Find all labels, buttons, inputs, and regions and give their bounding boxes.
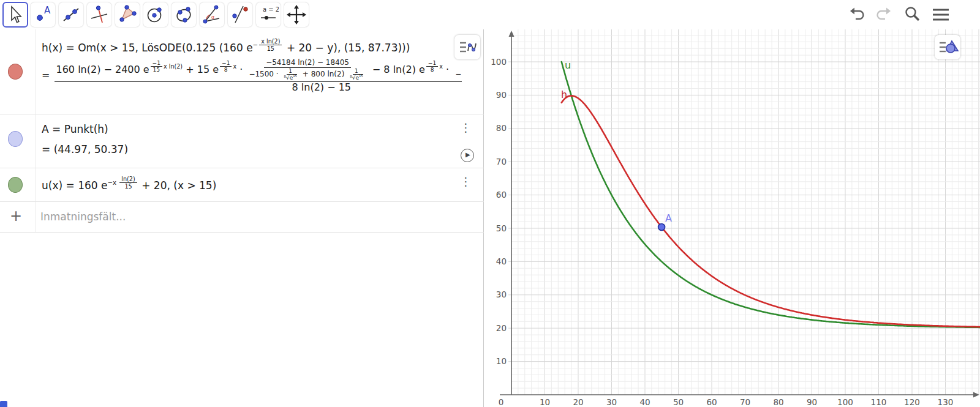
x-tick-label: 130	[938, 397, 954, 407]
tool-slider-button[interactable]: a = 2	[256, 2, 281, 27]
row-menu-u[interactable]: ⋮	[460, 176, 472, 187]
x-tick-label: 20	[573, 397, 583, 407]
visibility-marker-u[interactable]	[8, 177, 23, 193]
toolbar: Aαa = 2	[0, 0, 980, 30]
graphics-view[interactable]: 0102030405060708090100110120130102030405…	[484, 29, 980, 407]
curve-label-h: h	[561, 89, 567, 100]
polygon-icon	[117, 4, 138, 25]
search-button[interactable]	[903, 5, 922, 24]
toolbar-actions	[846, 5, 951, 24]
slider-icon: a = 2	[258, 4, 279, 25]
algebra-row-A[interactable]: A = Punkt(h) = (44.97, 50.37) ⋮ ▶	[0, 114, 484, 168]
plus-icon: +	[10, 209, 22, 223]
formula-h-definition: h(x) = Om(x > 15, LösODE(0.125 (160 e−x …	[42, 38, 462, 54]
x-tick-label: 0	[499, 397, 504, 407]
line-icon	[61, 4, 81, 25]
move-graphics-view-icon	[286, 4, 307, 25]
conic-icon	[173, 4, 194, 25]
svg-text:α: α	[211, 15, 214, 20]
tool-conic-button[interactable]	[172, 2, 196, 27]
plot: 0102030405060708090100110120130102030405…	[484, 29, 980, 407]
formula-u-definition: u(x) = 160 e−x ln(2)15 + 20, (x > 15)	[42, 176, 462, 192]
svg-text:a = 2: a = 2	[263, 6, 279, 13]
y-tick-label: 70	[496, 157, 507, 166]
redo-icon	[875, 5, 894, 24]
algebra-stylebar-button[interactable]	[454, 35, 480, 59]
perpendicular-line-icon	[89, 4, 110, 25]
algebra-row-h[interactable]: h(x) = Om(x > 15, LösODE(0.125 (160 e−x …	[0, 29, 484, 114]
x-tick-label: 120	[904, 397, 920, 407]
point-icon: A	[32, 4, 53, 25]
hamburger-menu-icon	[931, 5, 951, 24]
reflection-icon	[230, 4, 251, 25]
visibility-marker-h[interactable]	[8, 64, 23, 80]
x-tick-label: 100	[837, 397, 853, 407]
y-tick-label: 40	[496, 256, 507, 266]
x-tick-label: 50	[673, 397, 684, 407]
algebra-row-u[interactable]: u(x) = 160 e−x ln(2)15 + 20, (x > 15) ⋮	[0, 168, 484, 202]
undo-button[interactable]	[846, 5, 866, 24]
tool-point-button[interactable]: A	[31, 2, 55, 27]
x-tick-label: 10	[540, 397, 550, 407]
search-icon	[903, 5, 922, 24]
visibility-marker-A[interactable]	[8, 131, 23, 147]
formula-A-value: = (44.97, 50.37)	[42, 143, 462, 155]
x-tick-label: 60	[706, 397, 717, 407]
point-label-A: A	[665, 212, 672, 224]
algebra-input-field[interactable]: Inmatningsfält...	[40, 211, 126, 223]
formula-A-definition: A = Punkt(h)	[42, 123, 462, 135]
angle-icon: α	[202, 4, 222, 25]
point-A[interactable]	[658, 223, 665, 230]
keyboard-button[interactable]	[0, 401, 7, 407]
curve-label-u: u	[565, 59, 571, 71]
tool-perpendicular-line-button[interactable]	[87, 2, 111, 27]
y-tick-label: 20	[496, 323, 507, 333]
grid	[508, 29, 980, 395]
graphics-style-icon	[935, 35, 960, 59]
algebra-style-icon	[454, 35, 480, 59]
svg-text:A: A	[44, 5, 51, 16]
curve-h[interactable]	[562, 95, 980, 327]
y-tick-label: 100	[491, 57, 507, 67]
algebra-input-row[interactable]: + Inmatningsfält...	[0, 202, 484, 233]
play-button-A[interactable]: ▶	[461, 149, 474, 162]
tool-angle-button[interactable]: α	[200, 2, 224, 27]
menu-button[interactable]	[931, 5, 951, 24]
y-tick-label: 60	[496, 190, 507, 200]
x-tick-label: 90	[807, 397, 817, 407]
tool-reflection-button[interactable]	[228, 2, 252, 27]
formula-h-value: = 160 ln(2) − 2400 e−115x ln(2) + 15 e−1…	[42, 59, 462, 93]
y-tick-label: 10	[496, 356, 507, 366]
y-tick-label: 50	[496, 223, 507, 233]
tool-polygon-button[interactable]	[115, 2, 140, 27]
graphics-stylebar-button[interactable]	[935, 35, 960, 59]
circle-icon	[145, 4, 166, 25]
x-tick-label: 80	[773, 397, 783, 407]
axis-tick-labels: 0102030405060708090100110120130102030405…	[491, 57, 953, 407]
tool-move-button[interactable]	[2, 2, 28, 28]
redo-button[interactable]	[875, 5, 894, 24]
move-icon	[5, 4, 26, 25]
tool-line-button[interactable]	[59, 2, 83, 27]
algebra-view: h(x) = Om(x > 15, LösODE(0.125 (160 e−x …	[0, 29, 484, 407]
tool-move-graphics-view-button[interactable]	[284, 2, 309, 27]
geogebra-app: Aαa = 2	[0, 0, 980, 407]
x-tick-label: 30	[606, 397, 617, 407]
tool-circle-button[interactable]	[143, 2, 168, 27]
y-tick-label: 30	[496, 289, 507, 299]
x-tick-label: 70	[740, 397, 750, 407]
row-menu-A[interactable]: ⋮	[460, 122, 472, 133]
undo-icon	[846, 5, 866, 24]
y-tick-label: 90	[496, 90, 507, 100]
play-icon: ▶	[466, 151, 470, 158]
x-tick-label: 40	[639, 397, 650, 407]
x-tick-label: 110	[871, 397, 887, 407]
y-tick-label: 80	[496, 123, 507, 133]
